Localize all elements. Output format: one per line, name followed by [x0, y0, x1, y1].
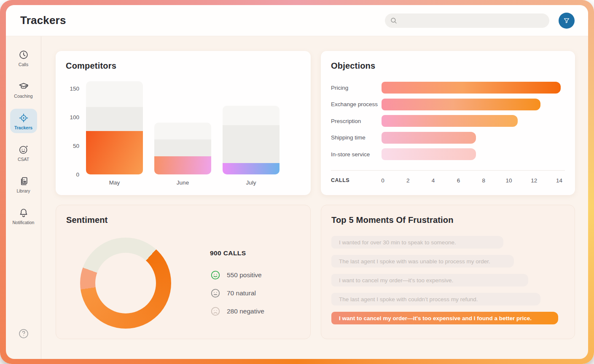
objection-label: In-store service [331, 151, 382, 158]
objection-bar [382, 82, 561, 94]
sentiment-legend-item-negative: 280 negative [210, 306, 264, 317]
x-tick-label: 8 [482, 177, 485, 184]
frustration-item[interactable]: The last agent I spoke with was unable t… [331, 255, 514, 268]
competitors-x-axis: MayJuneJuly [86, 179, 280, 186]
competitors-title: Competitors [66, 61, 301, 71]
y-tick-label: 0 [76, 171, 79, 178]
objection-label: Exchange process [331, 101, 382, 107]
bell-icon [18, 207, 29, 218]
bar-segment-mid-segment [154, 139, 211, 156]
bar-segment-top-segment [154, 123, 211, 139]
frustration-text: I want to cancel my order—it's too expen… [339, 315, 532, 321]
y-tick-label: 100 [70, 114, 79, 120]
sidebar-item-csat[interactable]: CSAT [10, 140, 37, 165]
x-tick-label: 14 [556, 177, 562, 184]
x-tick-label: 2 [406, 177, 410, 184]
main-content: Competitors 050100150 MayJuneJuly Object… [41, 36, 588, 359]
bar-segment-mid-segment [223, 125, 280, 163]
graduation-cap-icon [18, 81, 29, 92]
bar-segment-highlighted-mentions [86, 131, 143, 174]
frustration-text: I wanted for over 30 min to speak to som… [339, 239, 456, 246]
sentiment-legend: 900 CALLS 550 positive 70 natural 280 ne… [210, 249, 264, 329]
frustration-item[interactable]: I wanted for over 30 min to speak to som… [331, 236, 503, 249]
objections-card: Objections Pricing Exchange process Pres… [321, 51, 575, 195]
sidebar-item-notification[interactable]: Notification [10, 203, 37, 228]
sidebar-nav: Calls Coaching Trackers CSAT Library Not… [6, 36, 41, 359]
x-tick-label: 12 [531, 177, 537, 184]
bar-segment-top-segment [86, 81, 143, 107]
sidebar-item-label: Calls [19, 62, 28, 67]
objection-row: Prescription [331, 115, 565, 127]
objection-row: In-store service [331, 148, 565, 160]
x-tick-label: July [223, 179, 280, 186]
body: Calls Coaching Trackers CSAT Library Not… [6, 36, 588, 359]
objection-row: Pricing [331, 82, 565, 94]
neutral-face-icon [210, 288, 221, 299]
header: Trackers [6, 5, 588, 36]
question-mark-icon [18, 328, 30, 340]
sidebar-item-coaching[interactable]: Coaching [10, 77, 37, 102]
objections-axis-label: CALLS [331, 177, 382, 185]
objection-bar [382, 132, 476, 144]
frustration-card: Top 5 Moments Of Frustration I wanted fo… [321, 205, 575, 339]
frustration-text: The last agent I spoke with was unable t… [339, 258, 490, 265]
frustration-item-highlighted[interactable]: I want to cancel my order—it's too expen… [331, 312, 558, 324]
sidebar-item-trackers[interactable]: Trackers [10, 109, 37, 133]
frustration-text: The last agent I spoke with couldn’t pro… [339, 296, 478, 302]
frustration-list: I wanted for over 30 min to speak to som… [331, 236, 564, 324]
competitors-y-axis: 050100150 [67, 84, 86, 174]
sentiment-legend-item-positive: 550 positive [210, 270, 264, 281]
filter-button[interactable] [559, 13, 575, 29]
sidebar-item-label: CSAT [18, 157, 29, 162]
sidebar-item-label: Notification [13, 220, 35, 225]
x-tick-label: May [86, 179, 143, 186]
x-tick-label: 4 [432, 177, 435, 184]
objection-bar [382, 115, 518, 127]
objections-title: Objections [331, 61, 565, 71]
competitors-bars [86, 84, 280, 174]
y-tick-label: 150 [70, 86, 79, 92]
objection-row: Exchange process [331, 99, 565, 110]
bar-segment-mid-segment [86, 107, 143, 131]
sentiment-legend-items: 550 positive 70 natural 280 negative [210, 270, 264, 317]
objection-label: Pricing [331, 85, 382, 91]
frustration-title: Top 5 Moments Of Frustration [331, 215, 564, 225]
objection-bar [382, 99, 540, 110]
frustration-text: I want to cancel my order—it's too expen… [339, 277, 453, 284]
objections-rows: Pricing Exchange process Prescription Sh… [331, 82, 565, 160]
search-bar[interactable] [385, 13, 549, 28]
objections-ticks: 02468101214 [382, 177, 565, 185]
documents-icon [18, 176, 29, 187]
search-input[interactable] [398, 17, 547, 24]
stacked-bar-june [154, 123, 211, 174]
help-button[interactable] [18, 328, 30, 340]
objection-row: Shipping time [331, 132, 565, 144]
page-title: Trackers [20, 14, 66, 27]
sidebar-item-label: Trackers [14, 125, 32, 130]
smiley-sparkle-icon [18, 144, 29, 155]
funnel-icon [563, 17, 570, 24]
bar-segment-highlighted-mentions [223, 163, 280, 174]
frustration-item[interactable]: I want to cancel my order—it's too expen… [331, 274, 528, 286]
header-actions [385, 13, 575, 29]
sidebar-item-library[interactable]: Library [10, 172, 37, 196]
stacked-bar-may [86, 81, 143, 174]
objection-bar [382, 148, 476, 160]
sentiment-legend-item-natural: 70 natural [210, 288, 264, 299]
objections-x-axis: CALLS 02468101214 [331, 170, 565, 185]
x-tick-label: 0 [381, 177, 384, 184]
stacked-bar-july [223, 106, 280, 174]
y-tick-label: 50 [73, 143, 79, 149]
sidebar-item-label: Coaching [14, 94, 32, 99]
frustration-item[interactable]: The last agent I spoke with couldn’t pro… [331, 293, 540, 305]
sentiment-legend-text: 550 positive [227, 271, 262, 279]
sentiment-legend-text: 280 negative [227, 308, 264, 315]
objection-label: Prescription [331, 118, 382, 124]
bar-segment-top-segment [223, 106, 280, 125]
x-tick-label: 6 [457, 177, 460, 184]
sidebar-item-label: Library [16, 188, 30, 193]
sidebar-item-calls[interactable]: Calls [10, 46, 37, 70]
bar-segment-highlighted-mentions [154, 156, 211, 174]
sentiment-donut-chart [80, 238, 171, 329]
sentiment-title: Sentiment [66, 215, 300, 225]
